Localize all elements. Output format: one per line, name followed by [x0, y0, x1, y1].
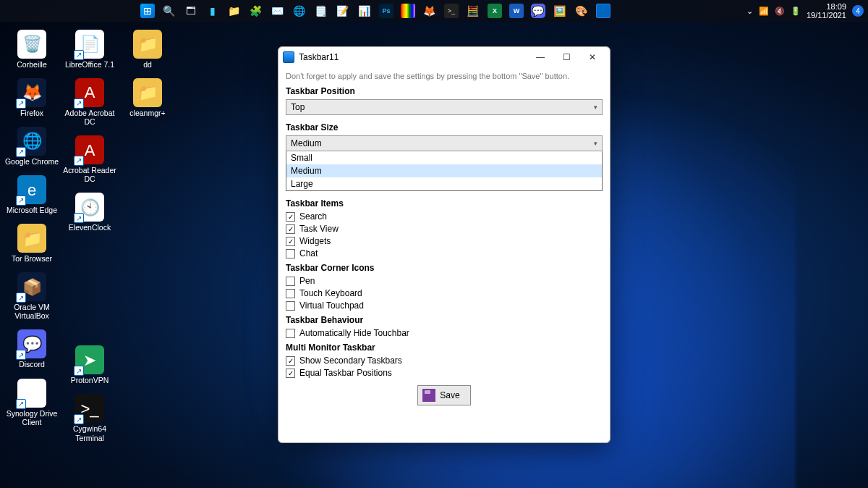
- pinned-app[interactable]: 📊: [357, 4, 372, 18]
- size-dropdown: Small Medium Large: [286, 151, 603, 191]
- desktop-icon[interactable]: 📁Tor Browser: [4, 222, 59, 266]
- desktop-icon-label: LibreOffice 7.1: [62, 60, 117, 69]
- items-row: ✓Search: [286, 211, 603, 222]
- word-icon[interactable]: W: [509, 4, 524, 18]
- corner-checkbox[interactable]: [286, 277, 295, 286]
- desktop-icon-label: cleanmgr+: [120, 109, 175, 117]
- wifi-icon[interactable]: 📶: [759, 7, 769, 16]
- app-glyph-icon: 🌐↗: [17, 127, 46, 156]
- desktop-icon[interactable]: >_↗Cygwin64 Terminal: [62, 392, 117, 445]
- pinned-app[interactable]: 🖼️: [553, 4, 567, 18]
- items-row: Chat: [286, 248, 603, 258]
- app-icon: [283, 51, 294, 63]
- size-selected: Medium: [291, 138, 322, 148]
- corner-label: Pen: [299, 276, 315, 286]
- terminal-icon[interactable]: >_: [444, 4, 459, 18]
- desktop: 🗑️Corbeille🦊↗Firefox🌐↗Google Chromee↗Mic…: [4, 28, 178, 476]
- desktop-icon-label: ProtonVPN: [62, 376, 117, 384]
- taskbar: ⊞ 🔍 🗔 ▮ 📁 🧩 ✉️ 🌐 🗒️ 📝 📊 Ps 🦊 >_ 🧮 X W 💬 …: [0, 0, 868, 22]
- behaviour-checkbox[interactable]: [286, 329, 295, 338]
- corner-checkbox[interactable]: [286, 289, 295, 298]
- titlebar[interactable]: Taskbar11 — ☐ ✕: [278, 47, 610, 67]
- battery-icon[interactable]: 🔋: [791, 7, 801, 16]
- app-glyph-icon: A↗: [75, 78, 104, 107]
- desktop-icon[interactable]: ➤↗ProtonVPN: [62, 343, 117, 387]
- shortcut-overlay-icon: ↗: [74, 50, 84, 60]
- desktop-icon-label: Oracle VM VirtualBox: [4, 303, 59, 320]
- notepad-icon[interactable]: 📝: [336, 4, 350, 18]
- discord-icon[interactable]: 💬: [531, 4, 545, 18]
- items-checkbox[interactable]: ✓: [286, 212, 295, 222]
- desktop-icon-label: Acrobat Reader DC: [62, 166, 117, 183]
- notification-badge[interactable]: 4: [852, 5, 864, 17]
- items-checkbox[interactable]: ✓: [286, 224, 295, 234]
- size-combobox[interactable]: Medium ▾: [286, 135, 603, 151]
- desktop-icon[interactable]: 📦↗Oracle VM VirtualBox: [4, 270, 59, 323]
- desktop-icon[interactable]: 📁dd: [120, 28, 175, 72]
- taskbar11-app-icon[interactable]: [596, 4, 610, 18]
- clock[interactable]: 18:09 19/11/2021: [807, 2, 846, 20]
- window-title: Taskbar11: [299, 52, 339, 62]
- section-heading-multimon: Multi Monitor Taskbar: [286, 342, 603, 353]
- photoshop-icon[interactable]: Ps: [379, 4, 393, 18]
- mail-icon[interactable]: ✉️: [271, 4, 285, 18]
- corner-checkbox[interactable]: [286, 301, 295, 311]
- chrome-icon[interactable]: 🌐: [292, 4, 307, 18]
- desktop-icon[interactable]: 🌐↗Google Chrome: [4, 125, 59, 169]
- desktop-icon[interactable]: e↗Microsoft Edge: [4, 173, 59, 217]
- desktop-icon-label: dd: [120, 60, 175, 69]
- chevron-down-icon: ▾: [594, 140, 597, 147]
- desktop-icon[interactable]: A↗Acrobat Reader DC: [62, 133, 117, 186]
- taskbar-center: ⊞ 🔍 🗔 ▮ 📁 🧩 ✉️ 🌐 🗒️ 📝 📊 Ps 🦊 >_ 🧮 X W 💬 …: [4, 4, 746, 18]
- size-option-medium[interactable]: Medium: [286, 164, 602, 177]
- app-glyph-icon: 📄↗: [75, 30, 104, 59]
- taskview-icon[interactable]: 🗔: [184, 4, 198, 18]
- multimon-checkbox[interactable]: ✓: [286, 356, 295, 366]
- desktop-icon[interactable]: A↗Adobe Acrobat DC: [62, 76, 117, 129]
- pinned-app[interactable]: [401, 4, 415, 18]
- size-option-small[interactable]: Small: [286, 151, 602, 164]
- size-option-large[interactable]: Large: [286, 177, 602, 190]
- desktop-icon[interactable]: 🦊↗Firefox: [4, 76, 59, 120]
- section-heading-behaviour: Taskbar Behaviour: [286, 315, 603, 325]
- pinned-app[interactable]: 🧩: [249, 4, 263, 18]
- desktop-icon[interactable]: 🗑️Corbeille: [4, 28, 59, 72]
- start-button[interactable]: ⊞: [140, 4, 155, 18]
- desktop-icon[interactable]: 💬↗Discord: [4, 327, 59, 371]
- app-glyph-icon: A↗: [75, 135, 104, 164]
- shortcut-overlay-icon: ↗: [16, 98, 26, 109]
- shortcut-overlay-icon: ↗: [74, 366, 84, 376]
- items-checkbox[interactable]: [286, 249, 295, 258]
- minimize-button[interactable]: —: [527, 49, 553, 66]
- app-glyph-icon: 🦊↗: [17, 78, 46, 107]
- firefox-icon[interactable]: 🦊: [422, 4, 437, 18]
- pinned-app[interactable]: ▮: [205, 4, 220, 18]
- items-checkbox[interactable]: ✓: [286, 237, 295, 246]
- window-body: Don't forget to apply and save the setti…: [278, 67, 610, 442]
- desktop-icon-label: Cygwin64 Terminal: [62, 424, 117, 442]
- pinned-app[interactable]: 🎨: [574, 4, 589, 18]
- chevron-up-icon[interactable]: ⌄: [746, 7, 753, 16]
- desktop-icon[interactable]: ➲↗Synology Drive Client: [4, 376, 59, 429]
- shortcut-overlay-icon: ↗: [74, 213, 84, 223]
- corner-label: Touch Keyboard: [299, 288, 362, 298]
- excel-icon[interactable]: X: [488, 4, 502, 18]
- desktop-icon[interactable]: 📁cleanmgr+: [120, 76, 175, 120]
- behaviour-row: Automatically Hide Touchbar: [286, 328, 603, 338]
- app-glyph-icon: 💬↗: [17, 329, 46, 358]
- explorer-icon[interactable]: 📁: [227, 4, 242, 18]
- position-combobox[interactable]: Top ▾: [286, 99, 603, 115]
- items-row: ✓Task View: [286, 224, 603, 234]
- save-button[interactable]: Save: [417, 385, 470, 405]
- search-icon[interactable]: 🔍: [162, 4, 176, 18]
- close-button[interactable]: ✕: [579, 49, 605, 66]
- pinned-app[interactable]: 🗒️: [314, 4, 328, 18]
- volume-icon[interactable]: 🔇: [775, 7, 785, 16]
- multimon-checkbox[interactable]: ✓: [286, 369, 295, 378]
- desktop-icon[interactable]: 🕙↗ElevenClock: [62, 190, 117, 235]
- desktop-icon[interactable]: 📄↗LibreOffice 7.1: [62, 28, 117, 72]
- app-glyph-icon: 📁: [17, 224, 46, 253]
- maximize-button[interactable]: ☐: [553, 49, 579, 66]
- calculator-icon[interactable]: 🧮: [466, 4, 480, 18]
- items-label: Search: [299, 211, 327, 222]
